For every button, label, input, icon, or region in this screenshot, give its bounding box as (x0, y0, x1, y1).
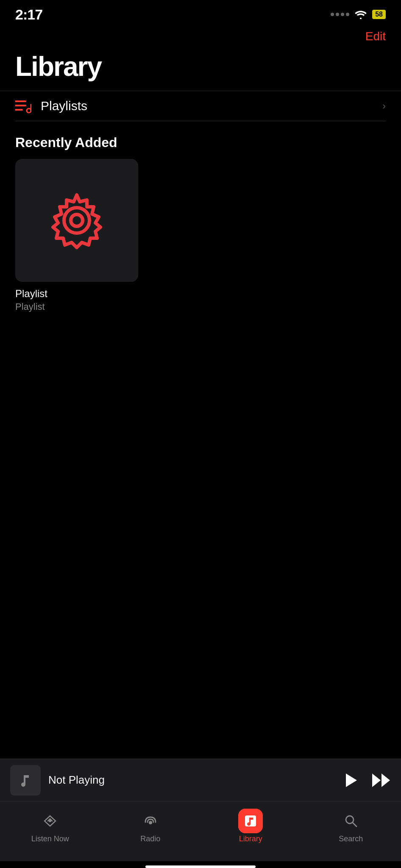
mini-player-controls (343, 772, 391, 789)
signal-icon (331, 13, 349, 16)
mini-player[interactable]: Not Playing (0, 759, 401, 801)
status-bar: 2:17 58 (0, 0, 401, 25)
svg-point-8 (149, 821, 152, 824)
search-icon (340, 810, 362, 832)
tab-search[interactable]: Search (301, 807, 401, 846)
tab-listen-now[interactable]: Listen Now (0, 807, 100, 846)
tab-bar: Listen Now Radio Library (0, 801, 401, 861)
list-item[interactable]: Playlist Playlist (15, 159, 138, 312)
svg-point-7 (49, 820, 51, 822)
tab-library-label: Library (239, 835, 262, 843)
forward-button[interactable] (371, 772, 391, 789)
page-title-section: Library (0, 47, 401, 91)
svg-point-6 (71, 214, 83, 226)
album-artwork (15, 159, 138, 282)
status-time: 2:17 (15, 6, 42, 23)
listen-now-icon (39, 810, 61, 832)
wifi-icon (354, 10, 367, 19)
recently-added-title: Recently Added (0, 121, 401, 159)
tab-search-label: Search (339, 835, 363, 843)
status-icons: 58 (331, 10, 386, 19)
album-grid: Playlist Playlist (0, 159, 401, 312)
mini-player-artwork (10, 765, 41, 796)
tab-listen-now-label: Listen Now (31, 835, 69, 843)
playlists-icon (15, 99, 31, 113)
home-indicator (145, 865, 256, 868)
play-button[interactable] (343, 772, 359, 789)
tab-radio-label: Radio (140, 835, 160, 843)
main-spacer (0, 312, 401, 759)
svg-line-11 (353, 823, 356, 826)
library-title: Library (15, 51, 386, 82)
album-type: Playlist (15, 301, 138, 312)
library-icon (239, 810, 262, 832)
tab-radio[interactable]: Radio (100, 807, 201, 846)
playlists-label: Playlists (41, 99, 382, 113)
playlists-nav-row[interactable]: Playlists › (0, 91, 401, 121)
tab-library[interactable]: Library (200, 807, 301, 846)
edit-button[interactable]: Edit (365, 30, 386, 43)
header: Edit (0, 25, 401, 47)
mini-player-title: Not Playing (48, 773, 335, 787)
radio-icon (139, 810, 162, 832)
album-name: Playlist (15, 288, 138, 300)
playlists-chevron-icon: › (382, 100, 386, 112)
battery-icon: 58 (372, 10, 386, 19)
svg-line-5 (31, 104, 31, 105)
